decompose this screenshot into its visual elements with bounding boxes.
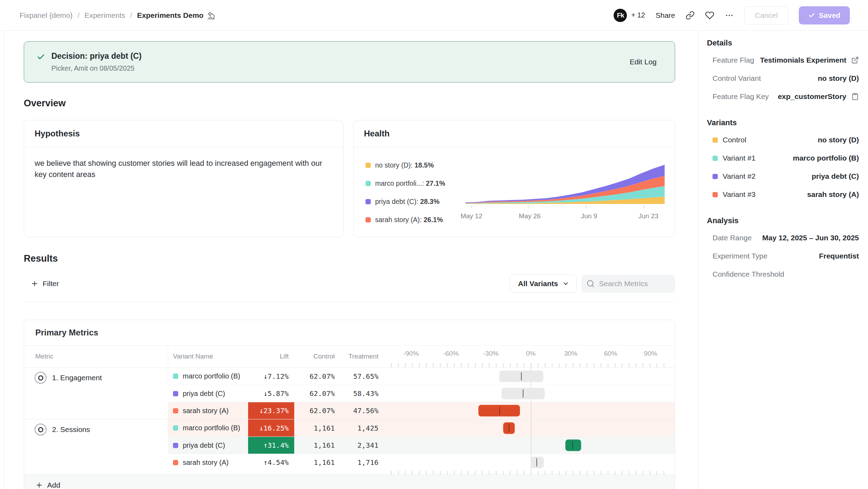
- x-tick-label: Jun 23: [638, 212, 658, 220]
- copy-clipboard-icon[interactable]: [851, 93, 859, 100]
- variant-swatch: [173, 391, 178, 396]
- edit-log-button[interactable]: Edit Log: [630, 58, 657, 66]
- col-metric: Metric: [24, 346, 168, 367]
- copy-link-icon[interactable]: [686, 11, 695, 20]
- variant-label: Variant #2: [723, 172, 755, 180]
- lift-value: ↓23.37%: [248, 402, 294, 419]
- favorite-heart-icon[interactable]: [705, 11, 714, 20]
- saved-button[interactable]: Saved: [799, 6, 850, 24]
- feature-flag-label: Feature Flag: [713, 56, 754, 64]
- breadcrumb-experiments[interactable]: Experiments: [85, 11, 125, 20]
- control-variant-value: no story (D): [818, 74, 859, 83]
- legend-item: no story (D) 18.5%: [366, 161, 465, 169]
- variant-name: priya debt (C): [183, 441, 225, 449]
- variant-label: Variant #1: [723, 154, 755, 162]
- content: Decision: priya debt (C) Picker, Amit on…: [0, 31, 868, 489]
- variant-value: marco portfolio (B): [793, 154, 859, 162]
- breadcrumb-current: Experiments Demo: [137, 11, 215, 20]
- ci-zero-line: [531, 402, 531, 419]
- ci-cell: [381, 419, 675, 437]
- variant-cell: priya debt (C): [168, 390, 248, 398]
- confidence-threshold-label: Confidence Threshold: [713, 270, 784, 278]
- table-row[interactable]: sarah story (A) ↓23.37% 62.07% 47.56%: [168, 402, 675, 419]
- breadcrumb-separator: /: [130, 11, 132, 20]
- table-row[interactable]: marco portfolio (B) ↓7.12% 62.07% 57.65%: [168, 368, 675, 385]
- variant-swatch: [173, 408, 178, 413]
- variant-swatch: [173, 374, 178, 379]
- metric-name: 2. Sessions: [52, 425, 90, 434]
- ci-axis-tick-label: -90%: [403, 350, 419, 357]
- ci-median-line: [521, 372, 522, 380]
- experiment-type-row: Experiment Type Frequentist: [707, 247, 859, 265]
- ci-cell: [381, 385, 675, 402]
- variant-name: sarah story (A): [183, 407, 229, 415]
- check-icon: [808, 12, 815, 19]
- table-row[interactable]: marco portfolio (B) ↓16.25% 1,161 1,425: [168, 419, 675, 437]
- external-link-icon[interactable]: [851, 56, 859, 64]
- health-chart-svg: [465, 165, 665, 210]
- variant-value: no story (D): [818, 136, 859, 144]
- legend-text: marco portfoli... 27.1%: [375, 179, 446, 187]
- ci-axis-tick-label: -60%: [443, 350, 458, 357]
- filter-button[interactable]: Filter: [24, 279, 59, 288]
- results-toolbar: Filter All Variants: [24, 275, 675, 293]
- variant-cell: sarah story (A): [168, 407, 248, 415]
- add-metric-button[interactable]: Add: [24, 474, 675, 489]
- collaborator-count: + 12: [631, 11, 645, 19]
- variant-swatch: [713, 137, 718, 143]
- table-row[interactable]: priya debt (C) ↑31.4% 1,161 2,341: [168, 437, 675, 454]
- saved-label: Saved: [819, 11, 840, 20]
- ci-zero-line: [531, 419, 531, 437]
- lift-value: ↑4.54%: [248, 454, 294, 471]
- search-metrics-box: [581, 275, 675, 293]
- metric-name: 1. Engagement: [52, 374, 102, 382]
- decision-subtitle: Picker, Amit on 08/05/2025: [51, 64, 630, 72]
- toolbar-divider: [24, 302, 675, 302]
- x-tick-label: May 12: [461, 212, 482, 220]
- breadcrumb-separator: /: [78, 11, 80, 20]
- microscope-icon: [207, 11, 215, 20]
- left-edge-divider: [3, 31, 4, 489]
- legend-swatch: [366, 217, 371, 222]
- overview-heading: Overview: [24, 98, 675, 109]
- metric-target-icon: [35, 372, 46, 384]
- breadcrumb-project[interactable]: Fixpanel {demo}: [20, 11, 73, 20]
- feature-flag-value[interactable]: Testimonials Experiment: [760, 56, 846, 64]
- feature-flag-row: Feature Flag Testimonials Experiment: [707, 51, 859, 69]
- metrics-groups: 1. Engagement marco portfolio (B) ↓7.12%…: [24, 367, 675, 471]
- search-metrics-input[interactable]: [599, 279, 670, 288]
- variants-dropdown[interactable]: All Variants: [509, 275, 577, 293]
- ci-axis-ticks-bottom: [391, 471, 671, 475]
- variant-label: Variant #3: [723, 190, 755, 199]
- metrics-header-right: Variant Name Lift Control Treatment -90%…: [168, 346, 675, 367]
- ci-median-line: [572, 441, 573, 449]
- confidence-interval-bar: [531, 457, 544, 468]
- x-tick-label: May 26: [519, 212, 541, 220]
- control-value: 1,161: [294, 441, 338, 449]
- ci-axis-tick-label: 90%: [644, 350, 657, 357]
- table-row[interactable]: sarah story (A) ↑4.54% 1,161 1,716: [168, 454, 675, 471]
- table-row[interactable]: priya debt (C) ↓5.87% 62.07% 58.43%: [168, 385, 675, 402]
- treatment-value: 58.43%: [338, 389, 381, 398]
- ci-zero-line: [531, 437, 531, 454]
- flag-key-row: Feature Flag Key exp_customerStory: [707, 87, 859, 106]
- metric-rows: marco portfolio (B) ↓7.12% 62.07% 57.65%…: [168, 368, 675, 419]
- metric-cell: 2. Sessions: [24, 419, 168, 435]
- date-range-label: Date Range: [713, 234, 752, 242]
- analysis-heading: Analysis: [707, 216, 859, 225]
- treatment-value: 2,341: [338, 441, 381, 449]
- plus-icon: [35, 481, 43, 489]
- ci-axis-tick-label: 0%: [526, 350, 535, 357]
- cancel-button[interactable]: Cancel: [744, 6, 788, 24]
- more-options-icon[interactable]: [725, 11, 734, 20]
- col-variant: Variant Name: [168, 353, 248, 360]
- share-button[interactable]: Share: [656, 11, 675, 20]
- filter-label: Filter: [43, 279, 59, 288]
- control-value: 62.07%: [294, 372, 338, 381]
- ci-median-line: [523, 390, 523, 398]
- toolbar-right: All Variants: [509, 275, 675, 293]
- avatar[interactable]: Fk: [614, 9, 627, 22]
- lift-value: ↓7.12%: [248, 368, 294, 385]
- metric-target-icon: [35, 424, 46, 435]
- health-title: Health: [354, 120, 675, 147]
